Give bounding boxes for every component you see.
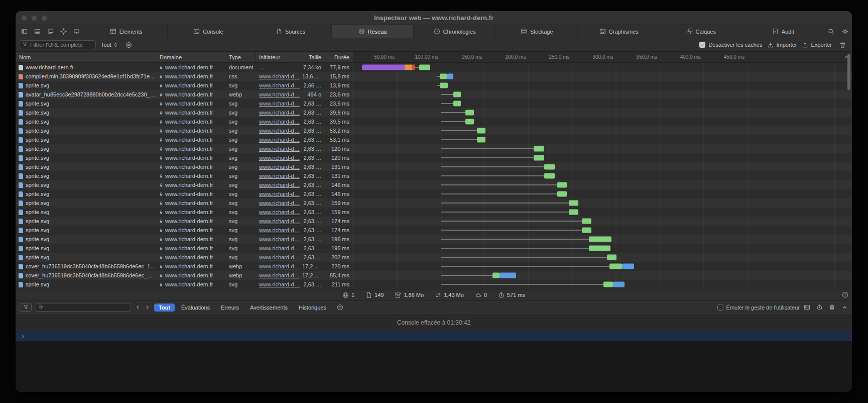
dock-side-button[interactable] — [19, 27, 30, 37]
console-search-input[interactable] — [36, 303, 131, 312]
close-button[interactable] — [21, 15, 27, 21]
resource-initiator[interactable]: www.richard-d… — [259, 82, 300, 88]
console-next-button[interactable] — [145, 305, 150, 310]
emulate-user-gesture-option[interactable]: Émuler le geste de l'utilisateur — [717, 305, 800, 311]
resource-initiator[interactable]: www.richard-d… — [259, 146, 300, 152]
network-row[interactable]: sprite.svg www.richard-dern.fr svg www.r… — [16, 180, 852, 189]
resource-type-select[interactable]: Tout — [101, 42, 118, 48]
console-previous-button[interactable] — [135, 305, 141, 310]
console-scope-warnings[interactable]: Avertissements — [245, 304, 292, 312]
network-row[interactable]: cover_hu736519dc3b5040cfa48b6b559b6de6ec… — [16, 271, 852, 280]
column-header-duration[interactable]: Durée — [325, 52, 353, 62]
tab-network[interactable]: Réseau — [331, 25, 414, 38]
filter-options-button[interactable] — [123, 40, 135, 50]
resource-initiator[interactable]: www.richard-d… — [259, 173, 300, 179]
network-row[interactable]: sprite.svg www.richard-dern.fr svg www.r… — [16, 162, 852, 171]
search-button[interactable] — [824, 25, 838, 38]
resource-initiator[interactable]: www.richard-d… — [259, 164, 300, 170]
resource-initiator[interactable]: www.richard-d… — [259, 91, 300, 97]
tab-layers[interactable]: Calques — [660, 25, 742, 38]
console-activity-button[interactable] — [816, 304, 823, 311]
resource-initiator[interactable]: www.richard-d… — [259, 182, 300, 188]
tab-console[interactable]: Console — [167, 25, 250, 38]
column-header-name[interactable]: Nom — [16, 52, 156, 62]
import-button[interactable]: Importer — [767, 42, 797, 48]
settings-button[interactable] — [838, 25, 852, 38]
disable-caches-option[interactable]: Désactiver les caches — [699, 42, 762, 48]
network-row[interactable]: sprite.svg www.richard-dern.fr svg www.r… — [16, 144, 852, 153]
resource-initiator[interactable]: www.richard-d… — [259, 236, 300, 242]
column-header-type[interactable]: Type — [225, 52, 256, 62]
console-scope-errors[interactable]: Erreurs — [216, 304, 243, 312]
network-row[interactable]: sprite.svg www.richard-dern.fr svg www.r… — [16, 81, 852, 90]
resource-initiator[interactable]: www.richard-d… — [259, 100, 300, 107]
network-row[interactable]: sprite.svg www.richard-dern.fr svg www.r… — [16, 235, 852, 244]
resource-initiator[interactable]: www.richard-d… — [259, 281, 300, 287]
tab-graphics[interactable]: Graphismes — [577, 25, 660, 38]
export-button[interactable]: Exporter — [802, 42, 832, 48]
zoom-button[interactable] — [41, 15, 47, 21]
tab-storage[interactable]: Stockage — [495, 25, 578, 38]
resource-initiator[interactable]: www.richard-d… — [259, 254, 300, 260]
console-scope-all[interactable]: Tout — [154, 304, 175, 312]
resource-initiator[interactable]: www.richard-d… — [259, 245, 300, 251]
network-row[interactable]: sprite.svg www.richard-dern.fr svg www.r… — [16, 226, 852, 235]
resource-initiator[interactable]: www.richard-d… — [259, 218, 300, 224]
dock-bottom-button[interactable] — [32, 27, 43, 37]
resource-initiator[interactable]: www.richard-d… — [259, 119, 300, 125]
help-button[interactable] — [842, 291, 848, 298]
emulate-user-gesture-checkbox[interactable] — [717, 305, 723, 311]
network-row[interactable]: compiled.min.38390909f303624ed9e1cf1bd3f… — [16, 72, 852, 81]
network-row[interactable]: sprite.svg www.richard-dern.fr svg www.r… — [16, 244, 852, 253]
console-filter-button[interactable] — [20, 303, 32, 312]
tab-sources[interactable]: Sources — [249, 25, 331, 38]
resource-initiator[interactable]: www.richard-d… — [259, 200, 300, 206]
console-prompt[interactable] — [16, 331, 852, 341]
network-row[interactable]: sprite.svg www.richard-dern.fr svg www.r… — [16, 189, 852, 198]
resource-initiator[interactable]: www.richard-d… — [259, 155, 300, 161]
resource-initiator[interactable]: www.richard-d… — [259, 110, 300, 116]
undock-button[interactable] — [45, 27, 56, 37]
column-header-initiator[interactable]: Initiateur — [256, 52, 302, 62]
vertical-scrollbar[interactable] — [847, 54, 850, 90]
column-header-size[interactable]: Taille — [302, 52, 325, 62]
split-console-button[interactable] — [804, 304, 810, 311]
minimize-button[interactable] — [31, 15, 37, 21]
network-row[interactable]: sprite.svg www.richard-dern.fr svg www.r… — [16, 153, 852, 162]
network-row[interactable]: sprite.svg www.richard-dern.fr svg www.r… — [16, 99, 852, 108]
network-row[interactable]: www.richard-dern.fr www.richard-dern.fr … — [16, 63, 852, 72]
resource-initiator[interactable]: www.richard-d… — [259, 128, 300, 134]
column-header-domain[interactable]: Domaine — [156, 52, 225, 62]
tab-elements[interactable]: Éléments — [85, 25, 167, 38]
expand-console-button[interactable] — [841, 304, 848, 311]
network-row[interactable]: sprite.svg www.richard-dern.fr svg www.r… — [16, 135, 852, 144]
device-settings-button[interactable] — [71, 27, 82, 37]
network-row[interactable]: sprite.svg www.richard-dern.fr svg www.r… — [16, 198, 852, 208]
tab-audit[interactable]: Audit — [742, 25, 824, 38]
network-row[interactable]: sprite.svg www.richard-dern.fr svg www.r… — [16, 108, 852, 117]
clear-network-button[interactable] — [837, 40, 848, 50]
console-scope-evaluations[interactable]: Évaluations — [177, 304, 214, 312]
resource-initiator[interactable]: www.richard-d… — [259, 272, 300, 278]
resource-initiator[interactable]: www.richard-d… — [259, 227, 300, 233]
network-row[interactable]: sprite.svg www.richard-dern.fr svg www.r… — [16, 208, 852, 217]
resource-initiator[interactable]: www.richard-d… — [259, 191, 300, 197]
network-row[interactable]: sprite.svg www.richard-dern.fr svg www.r… — [16, 171, 852, 180]
network-row[interactable]: sprite.svg www.richard-dern.fr svg www.r… — [16, 217, 852, 226]
disable-caches-checkbox[interactable] — [699, 42, 705, 48]
network-row[interactable]: avatar_hu85ecc3e298728880b0bde2dcc4e5c23… — [16, 90, 852, 99]
network-row[interactable]: cover_hu736519dc3b5040cfa48b6b559b6de6ec… — [16, 262, 852, 271]
resource-initiator[interactable]: www.richard-d… — [259, 263, 300, 269]
resource-initiator[interactable]: www.richard-d… — [259, 73, 300, 79]
console-options-button[interactable] — [335, 303, 346, 313]
network-row[interactable]: sprite.svg www.richard-dern.fr svg www.r… — [16, 117, 852, 126]
network-row[interactable]: sprite.svg www.richard-dern.fr svg www.r… — [16, 280, 852, 289]
resource-initiator[interactable]: www.richard-d… — [259, 137, 300, 143]
console-scope-logs[interactable]: Historiques — [294, 304, 331, 312]
url-filter-input[interactable] — [20, 40, 96, 49]
network-row[interactable]: sprite.svg www.richard-dern.fr svg www.r… — [16, 126, 852, 135]
inspect-element-button[interactable] — [58, 27, 69, 37]
resource-initiator[interactable]: www.richard-d… — [259, 209, 300, 215]
tab-timelines[interactable]: Chronologies — [413, 25, 495, 38]
network-row[interactable]: sprite.svg www.richard-dern.fr svg www.r… — [16, 253, 852, 262]
